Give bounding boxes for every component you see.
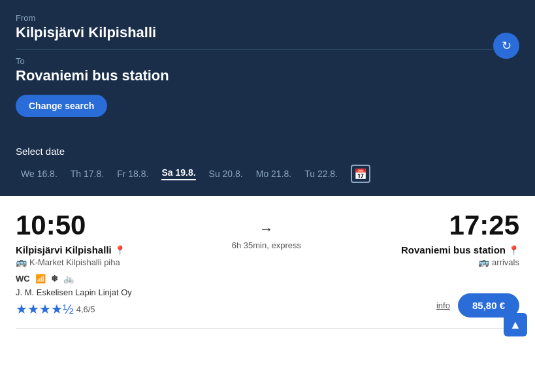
date-label-6: Tu 22.8. (304, 169, 338, 179)
from-value: Kilpisjärvi Kilpishalli (16, 24, 519, 41)
date-label-2: Fr 18.8. (117, 169, 148, 179)
header-section: From Kilpisjärvi Kilpishalli To Rovaniem… (0, 0, 535, 146)
date-label-3: Sa 19.8. (161, 167, 195, 178)
trip-right: 17:25 Rovaniemi bus station 📍 🚌 arrivals… (401, 212, 519, 318)
date-item-2[interactable]: Fr 18.8. (112, 166, 154, 182)
stars-icon: ★★★★½ (16, 301, 74, 317)
pin-icon-arrive: 📍 (508, 245, 519, 255)
trip-middle: → 6h 35min, express (132, 212, 401, 250)
date-label-4: Su 20.8. (209, 169, 243, 179)
pin-icon-depart: 📍 (114, 245, 125, 255)
amenities-row: WC 📶 ❄ 🚲 (16, 274, 132, 284)
date-label-1: Th 17.8. (71, 169, 104, 179)
calendar-icon: 📅 (354, 168, 367, 180)
amenity-bike: 🚲 (63, 274, 74, 284)
amenity-wifi: 📶 (35, 274, 46, 284)
results-wrapper: 10:50 Kilpisjärvi Kilpishalli 📍 🚌 K-Mark… (0, 196, 535, 344)
rating-value: 4,6/5 (76, 304, 95, 314)
depart-stop: 🚌 K-Market Kilpishalli piha (16, 257, 132, 267)
operator-name: J. M. Eskelisen Lapin Linjat Oy (16, 287, 132, 297)
arrive-stop-name: arrivals (492, 257, 519, 267)
trip-duration: 6h 35min, express (232, 240, 301, 250)
swap-button[interactable]: ↻ (493, 33, 519, 59)
date-item-4[interactable]: Su 20.8. (204, 166, 248, 182)
date-section: Select date We 16.8.Th 17.8.Fr 18.8.Sa 1… (0, 146, 535, 196)
date-item-6[interactable]: Tu 22.8. (299, 166, 343, 182)
trip-left: 10:50 Kilpisjärvi Kilpishalli 📍 🚌 K-Mark… (16, 212, 132, 317)
info-link[interactable]: info (436, 301, 450, 310)
trip-card: 10:50 Kilpisjärvi Kilpishalli 📍 🚌 K-Mark… (16, 212, 519, 329)
rating-row: ★★★★½ 4,6/5 (16, 301, 132, 317)
select-date-label: Select date (16, 146, 519, 157)
date-label-5: Mo 21.8. (256, 169, 291, 179)
bus-icon-arrive: 🚌 (478, 257, 489, 267)
scroll-top-button[interactable]: ▲ (504, 313, 527, 336)
arrive-stop: 🚌 arrivals (478, 257, 519, 267)
date-row: We 16.8.Th 17.8.Fr 18.8.Sa 19.8.Su 20.8.… (16, 165, 519, 183)
trip-arrow: → (259, 221, 274, 238)
date-item-1[interactable]: Th 17.8. (65, 166, 109, 182)
depart-station: Kilpisjärvi Kilpishalli 📍 (16, 244, 132, 255)
arrive-station: Rovaniemi bus station 📍 (401, 244, 519, 255)
scroll-top-icon: ▲ (510, 318, 521, 332)
to-label: To (16, 56, 519, 66)
amenity-wc: WC (16, 274, 30, 284)
depart-station-name: Kilpisjärvi Kilpishalli (16, 244, 112, 255)
calendar-icon-button[interactable]: 📅 (351, 165, 370, 183)
date-item-3[interactable]: Sa 19.8. (156, 165, 201, 183)
from-label: From (16, 13, 519, 23)
depart-stop-name: K-Market Kilpishalli piha (29, 257, 120, 267)
change-search-button[interactable]: Change search (16, 95, 107, 117)
date-label-0: We 16.8. (21, 169, 57, 179)
results-section: 10:50 Kilpisjärvi Kilpishalli 📍 🚌 K-Mark… (0, 196, 535, 344)
swap-icon: ↻ (502, 39, 511, 53)
arrive-time: 17:25 (449, 212, 519, 239)
amenity-ac: ❄ (51, 274, 58, 284)
date-item-0[interactable]: We 16.8. (16, 166, 63, 182)
to-value: Rovaniemi bus station (16, 67, 519, 84)
depart-time: 10:50 (16, 212, 132, 239)
bus-icon-depart: 🚌 (16, 257, 27, 267)
arrive-station-name: Rovaniemi bus station (401, 244, 506, 255)
date-item-5[interactable]: Mo 21.8. (251, 166, 297, 182)
